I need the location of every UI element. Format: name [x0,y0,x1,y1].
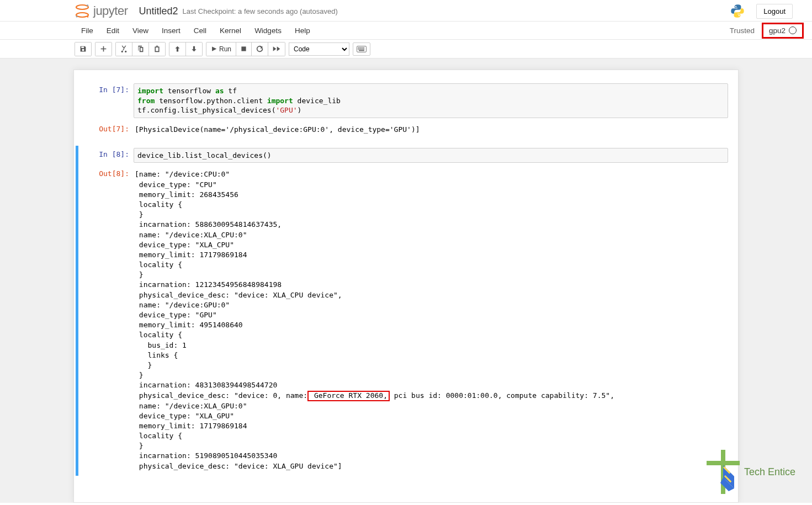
copy-button[interactable] [132,42,149,56]
move-down-button[interactable] [186,42,202,56]
svg-rect-11 [363,47,364,48]
cut-button[interactable] [116,42,132,56]
restart-button[interactable] [252,42,268,56]
menu-insert[interactable]: Insert [155,23,187,38]
toolbar: Run Code [0,40,812,59]
cell-type-select[interactable]: Code [289,42,349,56]
output-cell: Out[8]: [name: "/device:CPU:0" device_ty… [76,165,734,475]
notebook-name[interactable]: Untitled2 [139,6,178,17]
svg-rect-9 [360,47,362,48]
run-label: Run [219,45,231,53]
trusted-indicator[interactable]: Trusted [724,24,761,38]
output-text: [PhysicalDevice(name='/physical_device:G… [134,123,728,137]
svg-rect-14 [360,49,362,50]
menu-help[interactable]: Help [288,23,317,38]
notebook: In [7]: import tensorflow as tf from ten… [73,70,739,503]
play-icon [211,46,217,52]
code-cell[interactable]: In [7]: import tensorflow as tf from ten… [78,81,734,120]
move-up-button[interactable] [169,42,186,56]
interrupt-button[interactable] [236,42,252,56]
code-cell[interactable]: In [8]: device_lib.list_local_devices() [76,146,734,166]
notebook-wrapper: In [7]: import tensorflow as tf from ten… [0,59,812,503]
svg-rect-12 [358,49,359,50]
menubar-container: File Edit View Insert Cell Kernel Widget… [0,22,812,40]
kernel-name-label: gpu2 [769,26,786,35]
save-icon [79,45,87,52]
menu-file[interactable]: File [75,23,100,38]
kernel-name-box[interactable]: gpu2 [762,23,804,39]
menu-widgets[interactable]: Widgets [248,23,288,38]
plus-icon [100,45,107,52]
svg-point-2 [87,4,89,7]
command-palette-button[interactable] [353,42,370,56]
svg-point-1 [76,13,88,17]
output-text: [name: "/device:CPU:0" device_type: "CPU… [134,167,728,473]
svg-point-0 [76,5,88,9]
kernel-idle-icon [789,26,797,34]
fast-forward-icon [273,46,280,52]
svg-rect-16 [363,49,364,50]
cut-icon [120,45,128,52]
logout-button[interactable]: Logout [756,4,793,19]
jupyter-logo[interactable]: jupyter [75,3,128,19]
svg-rect-15 [362,49,363,50]
notebook-header: jupyter Untitled2 Last Checkpoint: a few… [0,0,812,22]
checkpoint-status: Last Checkpoint: a few seconds ago (auto… [183,7,338,15]
svg-point-3 [76,16,78,18]
svg-rect-8 [359,47,360,48]
menu-kernel[interactable]: Kernel [213,23,248,38]
out-prompt: Out[7]: [78,123,134,137]
copy-icon [137,45,144,52]
svg-rect-10 [362,47,363,48]
menu-view[interactable]: View [126,23,155,38]
run-button[interactable]: Run [206,42,236,56]
jupyter-icon [75,3,90,19]
refresh-icon [256,45,263,52]
insert-cell-button[interactable] [95,42,112,56]
arrow-down-icon [190,45,198,52]
svg-rect-5 [241,46,246,51]
python-icon [730,3,745,19]
highlighted-gpu-name: GeForce RTX 2060, [307,391,390,401]
svg-rect-17 [359,50,364,51]
restart-run-all-button[interactable] [268,42,285,56]
keyboard-icon [357,46,367,52]
svg-rect-13 [359,49,360,50]
menubar: File Edit View Insert Cell Kernel Widget… [0,22,812,39]
code-input[interactable]: import tensorflow as tf from tensorflow.… [134,83,728,118]
paste-button[interactable] [149,42,165,56]
save-button[interactable] [75,42,91,56]
menu-edit[interactable]: Edit [100,23,126,38]
svg-rect-7 [358,47,359,48]
in-prompt: In [8]: [78,148,134,163]
arrow-up-icon [174,45,181,52]
stop-icon [241,46,247,52]
code-input[interactable]: device_lib.list_local_devices() [134,148,728,163]
menu-cell[interactable]: Cell [187,23,213,38]
svg-point-4 [87,16,88,17]
in-prompt: In [7]: [78,83,134,118]
out-prompt: Out[8]: [78,167,134,473]
paste-icon [153,45,161,52]
output-cell: Out[7]: [PhysicalDevice(name='/physical_… [78,120,734,139]
jupyter-logo-text: jupyter [93,4,128,18]
